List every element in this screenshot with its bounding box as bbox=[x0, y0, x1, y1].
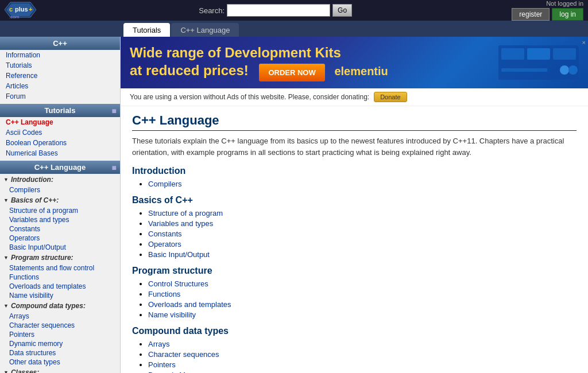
list-item: Control Structures bbox=[148, 279, 577, 288]
sidebar-compilers-link[interactable]: Compilers bbox=[0, 185, 120, 195]
pointers-link[interactable]: Pointers bbox=[148, 360, 176, 369]
tutorials-expand-icon: ■ bbox=[112, 106, 117, 115]
sidebar-boolean-link[interactable]: Boolean Operations bbox=[0, 138, 120, 148]
sidebar-tutorials-header: Tutorials ■ bbox=[0, 104, 120, 117]
ad-image bbox=[498, 45, 579, 80]
ad-text: Wide range of Development Kits at reduce… bbox=[130, 44, 388, 81]
section-heading-basics: Basics of C++ bbox=[132, 195, 577, 205]
basicinout-link[interactable]: Basic Input/Output bbox=[148, 250, 210, 259]
logo-image: c plus + .com bbox=[5, 0, 39, 22]
operators-link[interactable]: Operators bbox=[148, 240, 181, 248]
structure-link[interactable]: Structure of a program bbox=[148, 209, 223, 217]
list-item: Pointers bbox=[148, 360, 577, 369]
svg-rect-8 bbox=[527, 48, 550, 60]
sidebar-arrays-link[interactable]: Arrays bbox=[0, 312, 120, 321]
sidebar-dynmem-link[interactable]: Dynamic memory bbox=[0, 339, 120, 348]
constants-link[interactable]: Constants bbox=[148, 230, 182, 238]
sidebar-constants-link[interactable]: Constants bbox=[0, 224, 120, 234]
logo-wrapper: c plus + .com bbox=[5, 0, 39, 22]
sidebar-item-reference[interactable]: Reference bbox=[0, 71, 120, 81]
donate-text: You are using a version without Ads of t… bbox=[130, 93, 369, 101]
category-classes-icon: ▼ bbox=[3, 370, 9, 373]
donate-button[interactable]: Donate bbox=[374, 92, 407, 102]
tab-cpplanguage[interactable]: C++ Language bbox=[171, 23, 239, 37]
ad-line3: at reduced prices! bbox=[130, 63, 249, 78]
overloads-link[interactable]: Overloads and templates bbox=[148, 300, 231, 309]
search-input[interactable] bbox=[227, 4, 330, 17]
sidebar-functions-link[interactable]: Functions bbox=[0, 273, 120, 282]
list-item: Operators bbox=[148, 240, 577, 248]
svg-text:.com: .com bbox=[9, 14, 20, 20]
sidebar-variables-link[interactable]: Variables and types bbox=[0, 215, 120, 224]
nav-tabs: Tutorials C++ Language bbox=[0, 21, 588, 37]
list-item: Constants bbox=[148, 230, 577, 238]
sidebar-category-classes: ▼ Classes: bbox=[0, 367, 120, 373]
ad-order-button[interactable]: ORDER NOW bbox=[259, 64, 324, 81]
list-item: Character sequences bbox=[148, 350, 577, 359]
compound-list: Arrays Character sequences Pointers Dyna… bbox=[148, 340, 577, 373]
list-item: Overloads and templates bbox=[148, 300, 577, 309]
dynmem-link[interactable]: Dynamic Memory bbox=[148, 371, 206, 373]
sidebar-ascii-link[interactable]: Ascii Codes bbox=[0, 127, 120, 138]
svg-point-13 bbox=[568, 65, 578, 75]
sidebar-item-tutorials[interactable]: Tutorials bbox=[0, 60, 120, 71]
section-heading-compound: Compound data types bbox=[132, 326, 577, 336]
not-logged-text: Not logged in bbox=[512, 0, 583, 7]
tab-tutorials[interactable]: Tutorials bbox=[123, 23, 170, 37]
sidebar-category-basics: ▼ Basics of C++: bbox=[0, 195, 120, 206]
ad-text-block: Wide range of Development Kits at reduce… bbox=[130, 44, 388, 81]
sidebar-cpp-header: C++ bbox=[0, 37, 120, 50]
register-button[interactable]: register bbox=[512, 8, 550, 21]
compilers-link[interactable]: Compilers bbox=[148, 180, 182, 188]
section-heading-program-structure: Program structure bbox=[132, 266, 577, 276]
search-label: Search: bbox=[199, 6, 225, 15]
cpplang-expand-icon: ■ bbox=[112, 163, 117, 172]
list-item: Structure of a program bbox=[148, 209, 577, 217]
list-item: Functions bbox=[148, 290, 577, 298]
list-item: Variables and types bbox=[148, 219, 577, 228]
introduction-list: Compilers bbox=[148, 180, 577, 188]
variables-link[interactable]: Variables and types bbox=[148, 219, 213, 228]
list-item: Basic Input/Output bbox=[148, 250, 577, 259]
sidebar-item-information[interactable]: Information bbox=[0, 50, 120, 60]
content-area: Wide range of Development Kits at reduce… bbox=[121, 37, 588, 373]
ad-brand: elementiu bbox=[334, 65, 388, 77]
svg-text:c: c bbox=[9, 6, 13, 13]
charseq-link[interactable]: Character sequences bbox=[148, 350, 219, 359]
svg-point-12 bbox=[560, 65, 569, 75]
sidebar-pointers-link[interactable]: Pointers bbox=[0, 330, 120, 339]
list-item: Dynamic Memory bbox=[148, 371, 577, 373]
auth-buttons: register log in bbox=[512, 8, 583, 21]
sidebar-statements-link[interactable]: Statements and flow control bbox=[0, 263, 120, 273]
sidebar: C++ Information Tutorials Reference Arti… bbox=[0, 37, 121, 373]
search-button[interactable]: Go bbox=[332, 4, 352, 17]
svg-text:plus: plus bbox=[15, 6, 28, 13]
top-bar: c plus + .com Search: Go Not logged in r… bbox=[0, 0, 588, 21]
sidebar-nav-links: Information Tutorials Reference Articles… bbox=[0, 50, 120, 102]
ad-close-button[interactable]: × bbox=[582, 39, 586, 46]
svg-rect-7 bbox=[501, 48, 524, 60]
sidebar-structure-link[interactable]: Structure of a program bbox=[0, 206, 120, 215]
svg-rect-11 bbox=[501, 68, 547, 72]
namevis-link[interactable]: Name visibility bbox=[148, 310, 196, 319]
sidebar-item-articles[interactable]: Articles bbox=[0, 81, 120, 91]
sidebar-category-introduction: ▼ Introduction: bbox=[0, 174, 120, 185]
sidebar-datastruct-link[interactable]: Data structures bbox=[0, 348, 120, 358]
sidebar-overloads-link[interactable]: Overloads and templates bbox=[0, 282, 120, 291]
sidebar-operators-link[interactable]: Operators bbox=[0, 234, 120, 243]
program-structure-list: Control Structures Functions Overloads a… bbox=[148, 279, 577, 319]
sidebar-item-forum[interactable]: Forum bbox=[0, 91, 120, 102]
sidebar-numerical-link[interactable]: Numerical Bases bbox=[0, 148, 120, 158]
sidebar-input-output-link[interactable]: Basic Input/Output bbox=[0, 243, 120, 252]
control-link[interactable]: Control Structures bbox=[148, 279, 208, 288]
sidebar-category-compound: ▼ Compound data types: bbox=[0, 300, 120, 312]
category-ps-icon: ▼ bbox=[3, 255, 9, 261]
login-button[interactable]: log in bbox=[552, 8, 583, 21]
sidebar-cpplanguage-link[interactable]: C++ Language bbox=[0, 117, 120, 127]
arrays-link[interactable]: Arrays bbox=[148, 340, 170, 348]
sidebar-othertypes-link[interactable]: Other data types bbox=[0, 358, 120, 367]
functions-link[interactable]: Functions bbox=[148, 290, 180, 298]
article-title: C++ Language bbox=[132, 113, 577, 131]
sidebar-namevisibility-link[interactable]: Name visibility bbox=[0, 291, 120, 300]
sidebar-charseq-link[interactable]: Character sequences bbox=[0, 321, 120, 330]
